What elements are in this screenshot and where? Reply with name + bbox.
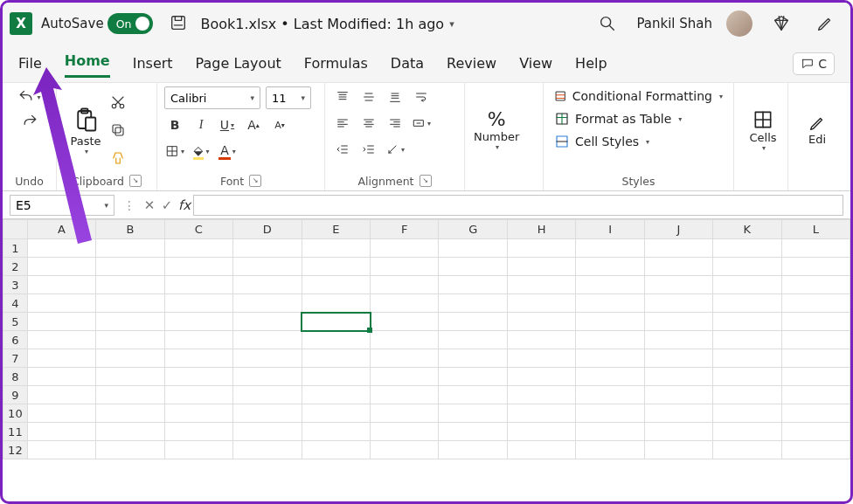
cell[interactable] [439,423,507,441]
cell[interactable] [27,239,95,258]
cell[interactable] [781,313,850,331]
cell[interactable] [644,294,712,313]
cell[interactable] [371,404,439,423]
cell[interactable] [644,239,712,258]
cell[interactable] [302,331,370,349]
tab-review[interactable]: Review [447,52,496,75]
cell[interactable] [371,423,439,441]
cell[interactable] [302,313,370,331]
cell[interactable] [781,404,850,423]
cell[interactable] [233,368,302,386]
cell[interactable] [507,258,575,276]
cell[interactable] [302,368,370,386]
editing-button[interactable]: Edi [795,95,839,165]
tab-home[interactable]: Home [65,49,110,78]
cell[interactable] [439,441,507,459]
cell[interactable] [302,239,370,258]
cell[interactable] [371,368,439,386]
column-header[interactable]: G [439,220,507,239]
column-header[interactable]: A [27,220,95,239]
cell[interactable] [507,423,575,441]
cell-styles-button[interactable]: Cell Styles▾ [551,132,726,151]
column-header[interactable]: K [713,220,781,239]
cell[interactable] [302,404,370,423]
cell[interactable] [27,423,95,441]
cell[interactable] [507,239,575,258]
cell[interactable] [507,276,575,294]
cell[interactable] [164,423,232,441]
cell[interactable] [233,423,302,441]
tab-view[interactable]: View [519,52,552,75]
cell[interactable] [644,349,712,368]
cell[interactable] [439,386,507,404]
decrease-font-button[interactable]: A▾ [269,114,290,135]
cell[interactable] [644,331,712,349]
document-title[interactable]: Book1.xlsx • Last Modified: 1h ago ▾ [200,16,454,32]
format-painter-button[interactable] [107,148,128,169]
cell[interactable] [507,349,575,368]
cell[interactable] [96,313,164,331]
cell[interactable] [439,349,507,368]
cell[interactable] [302,294,370,313]
cell[interactable] [644,423,712,441]
tab-page-layout[interactable]: Page Layout [196,52,281,75]
align-center-button[interactable] [358,113,379,134]
cell[interactable] [576,368,644,386]
align-bottom-button[interactable] [385,86,406,107]
tab-formulas[interactable]: Formulas [304,52,368,75]
save-sync-icon[interactable] [169,14,188,33]
cell[interactable] [302,423,370,441]
cell[interactable] [96,239,164,258]
cell[interactable] [27,331,95,349]
italic-button[interactable]: I [191,114,212,135]
wrap-text-button[interactable] [411,86,432,107]
cut-button[interactable] [107,92,128,113]
cell[interactable] [781,423,850,441]
cell[interactable] [439,404,507,423]
cell[interactable] [371,331,439,349]
number-format-button[interactable]: % Number ▾ [472,95,521,165]
cell[interactable] [27,441,95,459]
cell[interactable] [644,313,712,331]
cell[interactable] [164,368,232,386]
cell[interactable] [164,294,232,313]
cell[interactable] [713,349,781,368]
cell[interactable] [233,386,302,404]
cell[interactable] [439,331,507,349]
cell[interactable] [371,313,439,331]
cell[interactable] [233,331,302,349]
cell[interactable] [302,386,370,404]
column-header[interactable]: H [507,220,575,239]
undo-button[interactable]: ▾ [17,86,40,107]
user-avatar-icon[interactable] [726,10,752,37]
column-header[interactable]: E [302,220,370,239]
cell[interactable] [644,368,712,386]
cell[interactable] [233,276,302,294]
cell[interactable] [781,349,850,368]
cell[interactable] [439,294,507,313]
cell[interactable] [96,404,164,423]
cell[interactable] [96,368,164,386]
cell[interactable] [164,313,232,331]
cell[interactable] [233,404,302,423]
tab-data[interactable]: Data [391,52,424,75]
cell[interactable] [713,258,781,276]
cell[interactable] [27,368,95,386]
cell[interactable] [644,386,712,404]
cell[interactable] [233,349,302,368]
cell[interactable] [96,258,164,276]
cell[interactable] [576,331,644,349]
cell[interactable] [371,386,439,404]
cell[interactable] [27,386,95,404]
cell[interactable] [781,368,850,386]
cell[interactable] [302,276,370,294]
cell[interactable] [439,276,507,294]
cell[interactable] [302,349,370,368]
fill-color-button[interactable]: ⬙▾ [191,141,212,162]
cell[interactable] [96,386,164,404]
cell[interactable] [576,239,644,258]
merge-center-button[interactable]: ▾ [411,113,432,134]
cell[interactable] [96,294,164,313]
cell[interactable] [233,441,302,459]
row-header[interactable]: 3 [3,276,28,294]
